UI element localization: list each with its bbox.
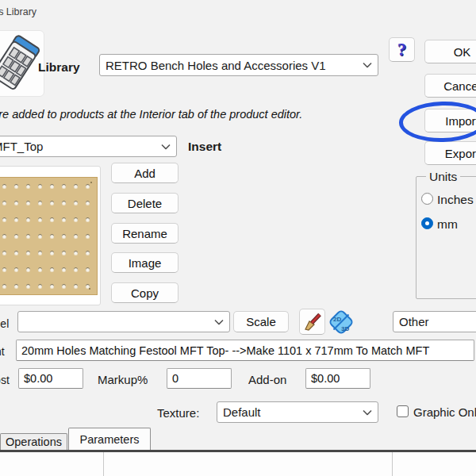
chevron-down-icon <box>161 144 171 149</box>
tab-parameters[interactable]: Parameters <box>68 428 151 450</box>
radio-inches[interactable] <box>421 193 433 205</box>
rename-button[interactable]: Rename <box>111 223 178 244</box>
item-combobox-value: MFT_Top <box>0 140 43 153</box>
image-button[interactable]: Image <box>111 252 178 273</box>
view-2d-3d-button[interactable]: 2D 3D <box>326 307 356 337</box>
import-button[interactable]: Import <box>424 109 476 132</box>
markup-caption: Markup% <box>98 373 148 386</box>
chevron-down-icon <box>363 63 372 68</box>
label-caption: Label <box>0 317 9 330</box>
insert-label: Insert <box>188 140 221 154</box>
board-thumbnail <box>0 177 98 295</box>
delete-button[interactable]: Delete <box>111 193 178 213</box>
library-label: Library <box>38 60 80 75</box>
texture-combobox[interactable]: Default <box>217 401 378 423</box>
perforated-board-icon <box>0 31 44 96</box>
comment-caption: Comment <box>0 345 5 358</box>
category-combobox[interactable]: Other <box>393 311 476 332</box>
graphic-only-label[interactable]: Graphic Only <box>413 405 476 419</box>
radio-inches-label[interactable]: Inches <box>437 193 474 207</box>
help-button[interactable]: ? <box>389 37 415 62</box>
paintbrush-icon <box>303 313 322 332</box>
copy-button[interactable]: Copy <box>111 282 178 303</box>
window-title: Accessories Library <box>0 6 36 17</box>
markup-input[interactable] <box>167 368 232 389</box>
units-label: Units <box>426 170 460 184</box>
svg-text:3D: 3D <box>341 325 349 332</box>
item-preview-panel <box>0 166 101 305</box>
svg-text:2D: 2D <box>333 316 341 323</box>
chevron-down-icon <box>363 409 372 415</box>
addon-caption: Add-on <box>248 373 286 386</box>
radio-mm[interactable] <box>421 217 433 229</box>
question-mark-icon: ? <box>397 40 407 59</box>
cancel-button[interactable]: Cancel <box>424 74 476 98</box>
accessories-library-dialog: Accessories Library Library RETRO Bench … <box>0 0 476 476</box>
library-combobox-value: RETRO Bench Holes and Accessories V1 <box>106 59 326 72</box>
chevron-down-icon <box>214 319 224 324</box>
comment-input[interactable] <box>16 340 474 361</box>
texture-combobox-value: Default <box>223 405 261 419</box>
ok-button[interactable]: OK <box>424 40 476 63</box>
texture-caption: Texture: <box>157 406 199 420</box>
tab-operations[interactable]: Operations <box>0 433 67 450</box>
parameters-grid-header: Parameter Description Value <box>0 452 476 476</box>
export-button[interactable]: Export <box>424 141 476 165</box>
category-combobox-value: Other <box>399 315 429 328</box>
edit-image-button[interactable] <box>299 309 325 335</box>
note-text: Accessories are added to products at the… <box>0 108 302 121</box>
library-combobox[interactable]: RETRO Bench Holes and Accessories V1 <box>99 54 378 76</box>
radio-mm-label[interactable]: mm <box>437 217 458 232</box>
cost-input[interactable] <box>18 368 83 389</box>
column-divider <box>103 452 104 476</box>
cost-caption: Cost <box>0 374 10 386</box>
addon-input[interactable] <box>305 368 370 389</box>
graphic-only-checkbox[interactable] <box>397 405 409 417</box>
label-combobox[interactable] <box>17 311 230 332</box>
scale-button[interactable]: Scale <box>233 311 289 332</box>
add-button[interactable]: Add <box>111 163 178 183</box>
2d-3d-icon: 2D 3D <box>326 307 356 337</box>
item-combobox[interactable]: MFT_Top <box>0 136 177 157</box>
column-divider <box>392 452 393 476</box>
